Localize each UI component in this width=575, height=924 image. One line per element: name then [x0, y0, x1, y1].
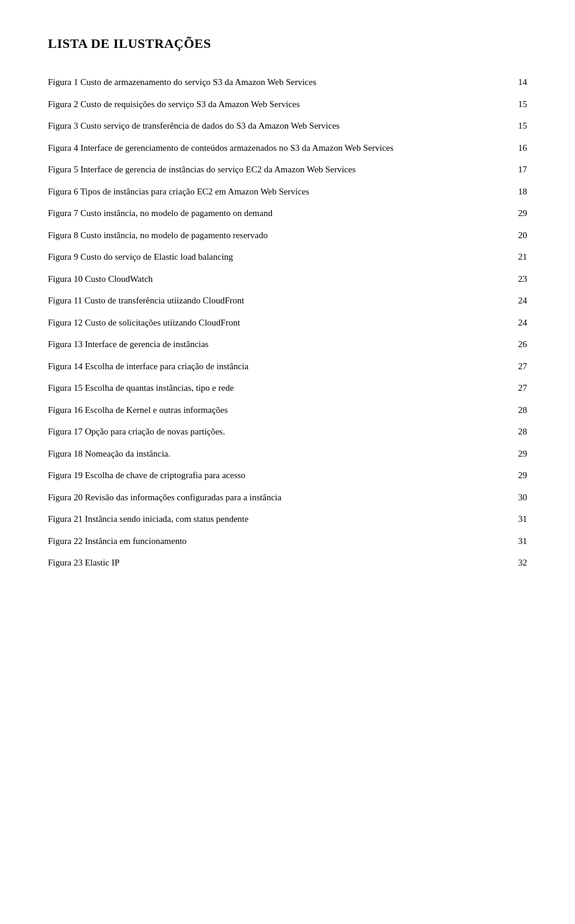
figure-page-number: 15	[509, 119, 527, 133]
list-item: Figura 11 Custo de transferência utiizan…	[48, 294, 527, 308]
list-item: Figura 13 Interface de gerencia de instâ…	[48, 338, 527, 351]
list-item: Figura 3 Custo serviço de transferência …	[48, 119, 527, 133]
figure-page-number: 14	[509, 75, 527, 89]
figure-description: Figura 15 Escolha de quantas instâncias,…	[48, 381, 509, 395]
figure-page-number: 18	[509, 185, 527, 199]
figure-description: Figura 12 Custo de solicitações utiizand…	[48, 316, 509, 330]
figure-page-number: 28	[509, 425, 527, 439]
list-item: Figura 19 Escolha de chave de criptograf…	[48, 469, 527, 482]
list-item: Figura 18 Nomeação da instância.29	[48, 447, 527, 461]
figure-description: Figura 18 Nomeação da instância.	[48, 447, 509, 461]
figure-description: Figura 1 Custo de armazenamento do servi…	[48, 75, 509, 89]
figure-description: Figura 19 Escolha de chave de criptograf…	[48, 469, 509, 482]
figure-description: Figura 3 Custo serviço de transferência …	[48, 119, 509, 133]
figure-page-number: 27	[509, 381, 527, 395]
figure-description: Figura 13 Interface de gerencia de instâ…	[48, 338, 509, 351]
figure-page-number: 15	[509, 98, 527, 111]
figure-page-number: 31	[509, 534, 527, 548]
figure-page-number: 26	[509, 338, 527, 351]
list-item: Figura 6 Tipos de instâncias para criaçã…	[48, 185, 527, 199]
figure-page-number: 17	[509, 163, 527, 177]
list-item: Figura 23 Elastic IP32	[48, 556, 527, 570]
list-item: Figura 21 Instância sendo iniciada, com …	[48, 512, 527, 526]
list-item: Figura 15 Escolha de quantas instâncias,…	[48, 381, 527, 395]
figure-page-number: 21	[509, 250, 527, 264]
list-item: Figura 20 Revisão das informações config…	[48, 491, 527, 504]
figure-page-number: 20	[509, 229, 527, 242]
figure-description: Figura 8 Custo instância, no modelo de p…	[48, 229, 509, 242]
figure-description: Figura 22 Instância em funcionamento	[48, 534, 509, 548]
figure-description: Figura 6 Tipos de instâncias para criaçã…	[48, 185, 509, 199]
list-item: Figura 10 Custo CloudWatch23	[48, 272, 527, 286]
figure-page-number: 29	[509, 469, 527, 482]
figure-description: Figura 9 Custo do serviço de Elastic loa…	[48, 250, 509, 264]
figure-page-number: 24	[509, 316, 527, 330]
figure-list: Figura 1 Custo de armazenamento do servi…	[48, 75, 527, 570]
figure-page-number: 28	[509, 403, 527, 417]
list-item: Figura 22 Instância em funcionamento31	[48, 534, 527, 548]
figure-description: Figura 11 Custo de transferência utiizan…	[48, 294, 509, 308]
figure-description: Figura 2 Custo de requisições do serviço…	[48, 98, 509, 111]
figure-page-number: 16	[509, 141, 527, 155]
figure-description: Figura 17 Opção para criação de novas pa…	[48, 425, 509, 439]
list-item: Figura 12 Custo de solicitações utiizand…	[48, 316, 527, 330]
list-item: Figura 14 Escolha de interface para cria…	[48, 360, 527, 373]
list-item: Figura 8 Custo instância, no modelo de p…	[48, 229, 527, 242]
figure-description: Figura 4 Interface de gerenciamento de c…	[48, 141, 509, 155]
figure-description: Figura 23 Elastic IP	[48, 556, 509, 570]
list-item: Figura 17 Opção para criação de novas pa…	[48, 425, 527, 439]
figure-page-number: 30	[509, 491, 527, 504]
list-item: Figura 2 Custo de requisições do serviço…	[48, 98, 527, 111]
figure-description: Figura 7 Custo instância, no modelo de p…	[48, 206, 509, 220]
figure-description: Figura 14 Escolha de interface para cria…	[48, 360, 509, 373]
list-item: Figura 7 Custo instância, no modelo de p…	[48, 206, 527, 220]
list-item: Figura 5 Interface de gerencia de instân…	[48, 163, 527, 177]
list-item: Figura 9 Custo do serviço de Elastic loa…	[48, 250, 527, 264]
figure-page-number: 29	[509, 447, 527, 461]
figure-description: Figura 16 Escolha de Kernel e outras inf…	[48, 403, 509, 417]
figure-page-number: 27	[509, 360, 527, 373]
figure-description: Figura 20 Revisão das informações config…	[48, 491, 509, 504]
list-item: Figura 4 Interface de gerenciamento de c…	[48, 141, 527, 155]
figure-page-number: 29	[509, 206, 527, 220]
figure-description: Figura 21 Instância sendo iniciada, com …	[48, 512, 509, 526]
figure-page-number: 24	[509, 294, 527, 308]
list-item: Figura 1 Custo de armazenamento do servi…	[48, 75, 527, 89]
list-item: Figura 16 Escolha de Kernel e outras inf…	[48, 403, 527, 417]
figure-description: Figura 10 Custo CloudWatch	[48, 272, 509, 286]
figure-page-number: 32	[509, 556, 527, 570]
figure-page-number: 23	[509, 272, 527, 286]
page-title: LISTA DE ILUSTRAÇÕES	[48, 36, 527, 51]
figure-description: Figura 5 Interface de gerencia de instân…	[48, 163, 509, 177]
figure-page-number: 31	[509, 512, 527, 526]
